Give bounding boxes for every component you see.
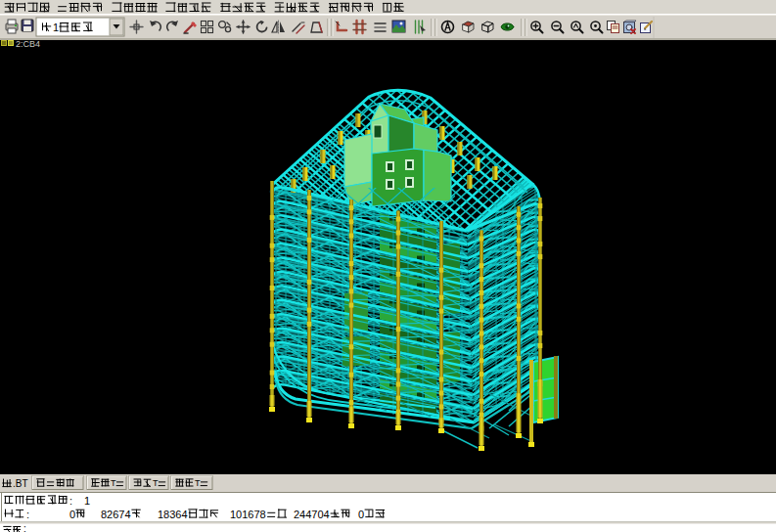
svg-text::: :	[23, 523, 26, 532]
svg-text:18364: 18364	[158, 509, 188, 520]
svg-text:.BT: .BT	[13, 478, 28, 489]
svg-text:T: T	[195, 478, 201, 488]
svg-text::: :	[26, 509, 29, 520]
svg-text:1: 1	[84, 495, 90, 507]
svg-text:2:CB4: 2:CB4	[16, 40, 40, 49]
svg-text:101678: 101678	[230, 509, 266, 520]
svg-text:T: T	[153, 478, 159, 488]
svg-text:T: T	[111, 478, 116, 488]
svg-text:1: 1	[53, 22, 59, 33]
svg-text:82674: 82674	[101, 509, 131, 520]
svg-text::: :	[69, 495, 72, 507]
svg-text:0: 0	[69, 509, 75, 520]
svg-text:0: 0	[358, 509, 364, 520]
svg-text:244704: 244704	[294, 509, 330, 520]
